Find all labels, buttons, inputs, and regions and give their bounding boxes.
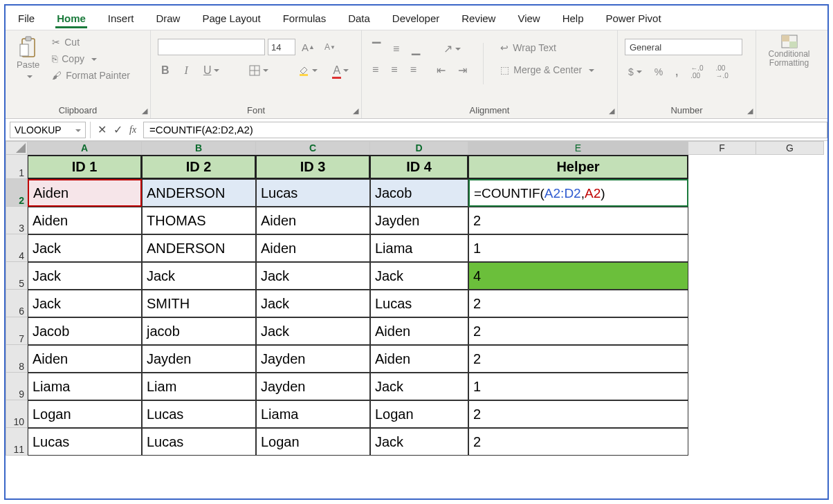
font-color-button[interactable]: A — [329, 62, 352, 79]
menu-review[interactable]: Review — [450, 8, 506, 30]
cell-E3[interactable]: 2 — [468, 207, 688, 234]
align-right-icon[interactable]: ≡ — [407, 62, 420, 78]
cell-B10[interactable]: Lucas — [142, 400, 256, 428]
cell-E2[interactable]: =COUNTIF(A2:D2,A2) — [468, 179, 688, 207]
cancel-formula-icon[interactable]: ✕ — [98, 123, 107, 136]
cell-B4[interactable]: ANDERSON — [142, 234, 256, 262]
borders-button[interactable] — [246, 63, 272, 78]
underline-button[interactable]: U — [200, 62, 223, 79]
increase-decimal-icon[interactable]: ←.0.00 — [687, 62, 706, 82]
increase-indent-icon[interactable]: ⇥ — [455, 62, 470, 79]
orientation-button[interactable]: ↗ — [433, 40, 470, 57]
row-header-4[interactable]: 4 — [6, 234, 28, 262]
font-size-input[interactable] — [268, 39, 295, 55]
wrap-text-button[interactable]: ↩ Wrap Text — [496, 40, 598, 55]
cell-D10[interactable]: Logan — [370, 400, 468, 428]
align-top-icon[interactable]: ▔ — [369, 40, 384, 57]
cell-A8[interactable]: Aiden — [28, 345, 142, 373]
cell-C8[interactable]: Jayden — [256, 345, 370, 373]
cell-E6[interactable]: 2 — [468, 290, 688, 317]
cell-D5[interactable]: Jack — [370, 262, 468, 290]
menu-file[interactable]: File — [7, 8, 46, 30]
col-header-C[interactable]: C — [256, 141, 370, 155]
row-header-7[interactable]: 7 — [6, 317, 28, 345]
copy-button[interactable]: ⎘ Copy — [48, 51, 134, 66]
cell-B2[interactable]: ANDERSON — [142, 179, 256, 207]
menu-view[interactable]: View — [506, 8, 551, 30]
select-all-corner[interactable] — [6, 141, 28, 155]
cell-D4[interactable]: Liama — [370, 234, 468, 262]
fx-icon[interactable]: fx — [129, 124, 136, 136]
row-header-9[interactable]: 9 — [6, 373, 28, 400]
cell-E5[interactable]: 4 — [468, 262, 688, 290]
cell-C11[interactable]: Logan — [256, 428, 370, 456]
cell-D8[interactable]: Aiden — [370, 345, 468, 373]
col-header-G[interactable]: G — [756, 141, 824, 155]
menu-data[interactable]: Data — [337, 8, 381, 30]
cell-B3[interactable]: THOMAS — [142, 207, 256, 234]
merge-center-button[interactable]: ⬚ Merge & Center — [496, 62, 598, 77]
number-format-input[interactable] — [625, 39, 742, 55]
conditional-formatting-button[interactable]: Conditional Formatting — [763, 35, 815, 68]
dialog-launcher-icon[interactable]: ◢ — [747, 106, 753, 115]
cell-E7[interactable]: 2 — [468, 317, 688, 345]
cell-B11[interactable]: Lucas — [142, 428, 256, 456]
menu-help[interactable]: Help — [551, 8, 595, 30]
decrease-font-icon[interactable]: A▼ — [321, 40, 339, 54]
cell-A11[interactable]: Lucas — [28, 428, 142, 456]
fill-color-button[interactable] — [295, 63, 321, 78]
cell-C10[interactable]: Liama — [256, 400, 370, 428]
cell-E8[interactable]: 2 — [468, 345, 688, 373]
cell-C2[interactable]: Lucas — [256, 179, 370, 207]
format-painter-button[interactable]: 🖌 Format Painter — [48, 68, 134, 83]
decrease-decimal-icon[interactable]: .00→.0 — [712, 62, 731, 82]
cell-C4[interactable]: Aiden — [256, 234, 370, 262]
cell-C9[interactable]: Jayden — [256, 373, 370, 400]
menu-formulas[interactable]: Formulas — [272, 8, 338, 30]
font-family-input[interactable] — [158, 39, 265, 55]
row-header-5[interactable]: 5 — [6, 262, 28, 290]
comma-button[interactable]: , — [672, 64, 681, 80]
cell-E9[interactable]: 1 — [468, 373, 688, 400]
cell-A9[interactable]: Liama — [28, 373, 142, 400]
header-cell[interactable]: Helper — [468, 155, 688, 179]
bold-button[interactable]: B — [158, 62, 173, 79]
percent-button[interactable]: % — [651, 64, 666, 80]
cell-A10[interactable]: Logan — [28, 400, 142, 428]
paste-button[interactable]: Paste — [12, 35, 44, 83]
col-header-A[interactable]: A — [28, 141, 142, 155]
formula-input[interactable]: =COUNTIF(A2:D2,A2) — [143, 122, 827, 138]
cell-C3[interactable]: Aiden — [256, 207, 370, 234]
menu-draw[interactable]: Draw — [145, 8, 191, 30]
cell-D3[interactable]: Jayden — [370, 207, 468, 234]
cell-A5[interactable]: Jack — [28, 262, 142, 290]
italic-button[interactable]: I — [181, 62, 192, 79]
cell-A6[interactable]: Jack — [28, 290, 142, 317]
col-header-D[interactable]: D — [370, 141, 468, 155]
cell-A7[interactable]: Jacob — [28, 317, 142, 345]
cell-D11[interactable]: Jack — [370, 428, 468, 456]
col-header-B[interactable]: B — [142, 141, 256, 155]
cell-C5[interactable]: Jack — [256, 262, 370, 290]
cell-A2[interactable]: Aiden — [28, 179, 142, 207]
row-header-10[interactable]: 10 — [6, 400, 28, 428]
menu-home[interactable]: Home — [46, 8, 97, 30]
align-bottom-icon[interactable]: ▁ — [408, 40, 423, 57]
row-header-6[interactable]: 6 — [6, 290, 28, 317]
menu-developer[interactable]: Developer — [381, 8, 450, 30]
header-cell[interactable]: ID 3 — [256, 155, 370, 179]
row-header-8[interactable]: 8 — [6, 345, 28, 373]
header-cell[interactable]: ID 1 — [28, 155, 142, 179]
cut-button[interactable]: ✂ Cut — [48, 35, 134, 50]
row-header-2[interactable]: 2 — [6, 179, 28, 207]
row-header-11[interactable]: 11 — [6, 428, 28, 456]
cell-C6[interactable]: Jack — [256, 290, 370, 317]
align-middle-icon[interactable]: ≡ — [390, 40, 403, 57]
col-header-E[interactable]: E — [468, 141, 688, 155]
header-cell[interactable]: ID 4 — [370, 155, 468, 179]
menu-insert[interactable]: Insert — [97, 8, 145, 30]
cell-B9[interactable]: Liam — [142, 373, 256, 400]
cell-D6[interactable]: Lucas — [370, 290, 468, 317]
dialog-launcher-icon[interactable]: ◢ — [609, 106, 614, 115]
col-header-F[interactable]: F — [688, 141, 756, 155]
